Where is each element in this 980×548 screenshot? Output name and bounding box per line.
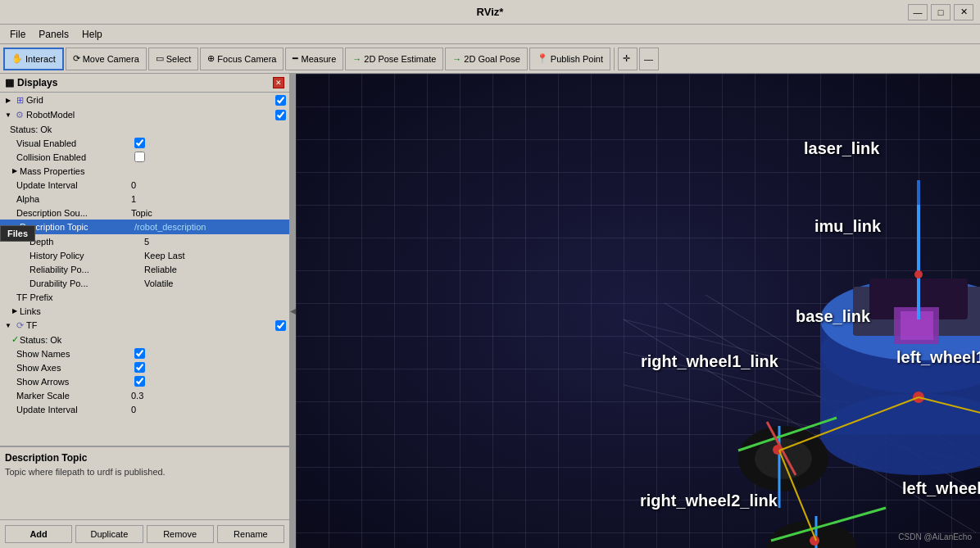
show-names-row: Show Names [0, 346, 289, 360]
collision-enabled-row: Collision Enabled [0, 150, 289, 164]
alpha-label: Alpha [16, 194, 131, 204]
description-source-label: Description Sou... [16, 208, 131, 218]
publish-point-label: Publish Point [551, 54, 603, 64]
grid-icon: ⊞ [13, 95, 26, 106]
robotmodel-arrow[interactable] [3, 111, 13, 119]
description-title: Description Topic [5, 452, 284, 464]
move-camera-label: Move Camera [83, 54, 139, 64]
menu-panels[interactable]: Panels [32, 27, 75, 42]
toolbar: ✋ Interact ⟳ Move Camera ▭ Select ⊕ Focu… [0, 44, 980, 74]
left-wheel2-link-label: left_wheel2_link [902, 479, 980, 498]
description-source-value: Topic [131, 208, 286, 218]
show-arrows-checkbox[interactable] [134, 376, 145, 387]
mass-properties-row[interactable]: Mass Properties [0, 164, 289, 178]
reliability-row: Reliability Po... Reliable [0, 262, 289, 276]
update-interval-value: 0 [131, 180, 286, 190]
publish-point-button[interactable]: 📍 Publish Point [529, 48, 610, 70]
minus-button[interactable]: — [639, 48, 659, 70]
interact-button[interactable]: ✋ Interact [3, 48, 64, 70]
imu-link-label: imu_link [814, 217, 881, 236]
remove-button[interactable]: Remove [147, 525, 214, 543]
mass-properties-arrow[interactable] [10, 167, 20, 174]
durability-label: Durability Po... [29, 279, 144, 288]
depth-row: Depth 5 [0, 234, 289, 248]
robotmodel-checkbox[interactable] [275, 110, 286, 120]
status-row: Status: Ok [0, 122, 289, 136]
laser-link-label: laser_link [804, 139, 879, 158]
right-wheel1-link-label: right_wheel1_link [641, 352, 778, 371]
visual-enabled-row: Visual Enabled [0, 136, 289, 150]
update-interval-tf-value: 0 [131, 405, 286, 414]
status-label: Status: Ok [10, 125, 125, 134]
show-names-label: Show Names [16, 349, 131, 359]
tf-status-label: Status: Ok [20, 335, 134, 345]
focus-camera-button[interactable]: ⊕ Focus Camera [200, 48, 284, 70]
measure-button[interactable]: ━ Measure [285, 48, 343, 70]
titlebar: RViz* — □ ✕ [0, 0, 980, 25]
grid-arrow[interactable] [3, 97, 13, 104]
files-button[interactable]: Files [0, 225, 35, 242]
rename-button[interactable]: Rename [217, 525, 284, 543]
maximize-button[interactable]: □ [931, 4, 951, 20]
links-row[interactable]: Links [0, 304, 289, 318]
focus-camera-label: Focus Camera [217, 54, 276, 64]
visual-enabled-label: Visual Enabled [16, 138, 131, 148]
tf-prefix-label: TF Prefix [16, 292, 131, 302]
left-panel: ▦ Displays ✕ Files ⊞ Grid ⚙ RobotModel [0, 74, 291, 548]
select-button[interactable]: ▭ Select [148, 48, 199, 70]
robotmodel-icon: ⚙ [13, 110, 26, 120]
description-topic-value: /robot_description [134, 222, 286, 232]
menubar: File Panels Help [0, 25, 980, 44]
base-link-label: base_link [796, 307, 870, 326]
depth-value: 5 [144, 237, 286, 247]
displays-close-button[interactable]: ✕ [273, 77, 284, 88]
reliability-value: Reliable [144, 265, 286, 274]
add-button[interactable]: ✛ [618, 48, 637, 70]
show-axes-checkbox[interactable] [134, 362, 145, 373]
visual-enabled-checkbox[interactable] [134, 138, 145, 148]
update-interval-tf-row: Update Interval 0 [0, 402, 289, 416]
history-policy-value: Keep Last [144, 251, 286, 260]
marker-scale-value: 0.3 [131, 391, 286, 401]
links-arrow[interactable] [10, 307, 20, 315]
2d-goal-button[interactable]: → 2D Goal Pose [445, 48, 527, 70]
publish-icon: 📍 [537, 53, 548, 64]
menu-help[interactable]: Help [75, 27, 109, 42]
tree-area[interactable]: ⊞ Grid ⚙ RobotModel Status: Ok Visual En… [0, 93, 289, 446]
2d-pose-button[interactable]: → 2D Pose Estimate [345, 48, 443, 70]
grid-item[interactable]: ⊞ Grid [0, 93, 289, 107]
minimize-button[interactable]: — [908, 4, 928, 20]
displays-icon: ▦ [5, 77, 14, 88]
tf-icon: ⟳ [13, 320, 26, 331]
goal-icon: → [452, 54, 461, 64]
displays-header: ▦ Displays ✕ [0, 74, 289, 93]
main-layout: ▦ Displays ✕ Files ⊞ Grid ⚙ RobotModel [0, 74, 980, 548]
displays-title: ▦ Displays [5, 77, 57, 88]
tf-arrow[interactable] [3, 322, 13, 329]
tf-item[interactable]: ⟳ TF [0, 318, 289, 333]
tf-checkbox[interactable] [275, 320, 286, 331]
bottom-buttons: Add Duplicate Remove Rename [0, 519, 289, 548]
add-display-button[interactable]: Add [5, 525, 72, 543]
alpha-row: Alpha 1 [0, 192, 289, 206]
window-controls[interactable]: — □ ✕ [908, 4, 973, 20]
collision-enabled-checkbox[interactable] [134, 152, 145, 162]
close-button[interactable]: ✕ [954, 4, 973, 20]
description-topic-item[interactable]: Description Topic /robot_description [0, 220, 289, 234]
show-axes-label: Show Axes [16, 363, 131, 373]
grid-checkbox[interactable] [275, 95, 286, 106]
menu-file[interactable]: File [3, 27, 32, 42]
duplicate-button[interactable]: Duplicate [75, 525, 143, 543]
history-policy-row: History Policy Keep Last [0, 248, 289, 262]
update-interval-tf-label: Update Interval [16, 405, 131, 414]
move-camera-button[interactable]: ⟳ Move Camera [66, 48, 147, 70]
toolbar-separator [614, 48, 615, 70]
watermark: CSDN @AiLanEcho [898, 532, 972, 541]
show-names-checkbox[interactable] [134, 348, 145, 359]
displays-label: Displays [17, 77, 57, 88]
mass-properties-label: Mass Properties [20, 166, 134, 176]
robotmodel-item[interactable]: ⚙ RobotModel [0, 107, 289, 122]
viewport[interactable]: laser_link imu_link base_link left_wheel… [296, 74, 980, 548]
reliability-label: Reliability Po... [29, 265, 144, 274]
svg-point-23 [914, 270, 923, 279]
